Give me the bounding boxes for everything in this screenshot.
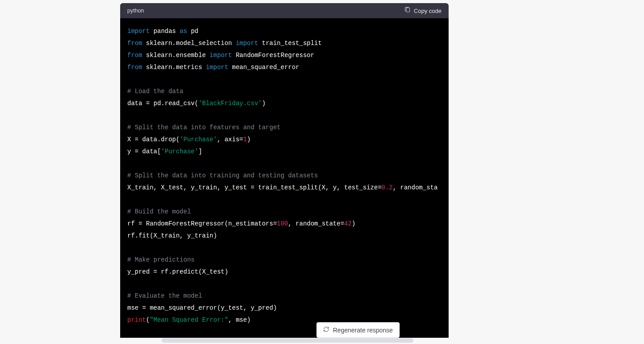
code-token: # Split the data into training and testi…	[127, 172, 318, 179]
code-token: ]	[198, 148, 202, 155]
code-token: rf.fit(X_train, y_train)	[127, 232, 217, 239]
code-token: as	[180, 28, 187, 35]
code-token: , random_state=	[288, 220, 344, 227]
code-token: from	[127, 40, 142, 47]
code-token: 42	[344, 220, 352, 227]
code-token: "Mean Squared Error:"	[150, 316, 228, 324]
regenerate-response-button[interactable]: Regenerate response	[316, 322, 400, 338]
code-token: # Split the data into features and targe…	[127, 124, 280, 131]
code-token: X_train, X_test, y_train, y_test = train…	[127, 184, 381, 191]
code-token: # Make predictions	[127, 256, 194, 263]
code-token: 100	[277, 220, 288, 227]
code-token: import	[206, 64, 228, 71]
code-token: # Load the data	[127, 88, 183, 95]
code-token: )	[352, 220, 355, 227]
code-token: mean_squared_error	[232, 64, 299, 71]
code-token: y = data[	[127, 148, 161, 155]
clipboard-icon	[404, 7, 411, 15]
code-token: # Evaluate the model	[127, 292, 202, 299]
code-token: 'Purchase'	[161, 148, 198, 155]
refresh-icon	[323, 326, 329, 334]
code-block: python Copy code import pandas as pd fro…	[120, 3, 449, 338]
code-token: print	[127, 316, 146, 324]
code-token: , mse)	[228, 316, 251, 324]
language-label: python	[127, 8, 144, 14]
code-token: from	[127, 64, 142, 71]
code-token: mse = mean_squared_error(y_test, y_pred)	[127, 304, 277, 311]
code-token: pandas	[154, 28, 176, 35]
code-token: rf = RandomForestRegressor(n_estimators=	[127, 220, 277, 227]
code-token: from	[127, 52, 142, 59]
code-content[interactable]: import pandas as pd from sklearn.model_s…	[120, 18, 449, 338]
code-token: 'Purchase'	[180, 136, 217, 143]
horizontal-scrollbar[interactable]	[162, 338, 413, 343]
code-token: )	[247, 136, 251, 143]
code-token: )	[262, 100, 265, 107]
code-token: RandomForestRegressor	[236, 52, 314, 59]
code-token: 0.2	[381, 184, 393, 191]
code-token: , random_sta	[393, 184, 438, 191]
code-token: import	[210, 52, 232, 59]
code-token: y_pred = rf.predict(X_test)	[127, 268, 228, 275]
code-header: python Copy code	[120, 3, 449, 18]
regenerate-label: Regenerate response	[333, 327, 393, 334]
svg-rect-0	[406, 8, 410, 12]
code-token: sklearn.ensemble	[146, 52, 206, 59]
code-token: 'BlackFriday.csv'	[198, 100, 262, 107]
code-token: data = pd.read_csv(	[127, 100, 198, 107]
code-token: sklearn.metrics	[146, 64, 202, 71]
code-token: sklearn.model_selection	[146, 40, 232, 47]
code-token: , axis=	[217, 136, 243, 143]
code-token: X = data.drop(	[127, 136, 180, 143]
code-token: train_test_split	[262, 40, 321, 47]
code-token: # Build the model	[127, 208, 191, 215]
code-token: 1	[243, 136, 247, 143]
copy-code-button[interactable]: Copy code	[404, 7, 441, 15]
copy-code-label: Copy code	[414, 8, 441, 14]
code-token: import	[127, 28, 150, 35]
code-token: import	[236, 40, 258, 47]
code-token: pd	[191, 28, 198, 35]
